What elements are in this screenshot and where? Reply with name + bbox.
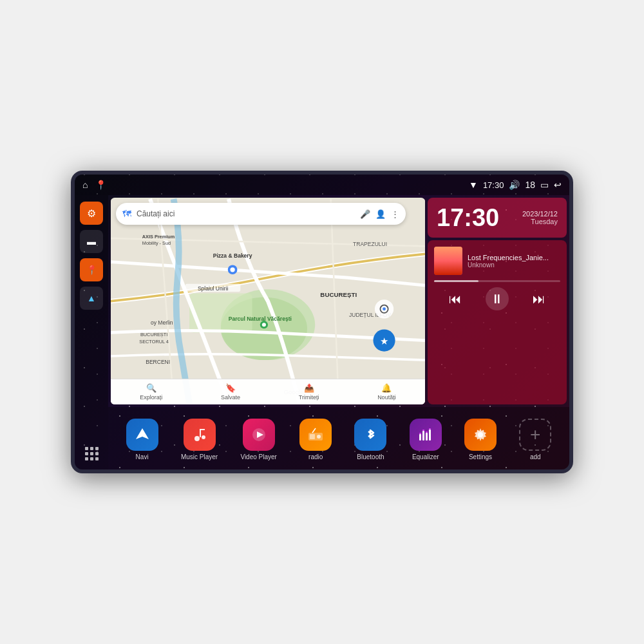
settings-icon-box [464, 419, 497, 451]
svg-text:BUCUREȘTI: BUCUREȘTI [320, 291, 357, 298]
svg-text:Parcul Natural Văcărești: Parcul Natural Văcărești [229, 316, 292, 322]
track-artist: Unknown [468, 261, 549, 269]
app-grid: Navi Music Player [108, 407, 569, 469]
sidebar-folder-btn[interactable]: ▬ [80, 230, 103, 253]
folder-icon: ▬ [87, 236, 96, 247]
home-status-icon[interactable]: ⌂ [82, 180, 88, 190]
svg-marker-27 [136, 428, 149, 439]
radio-icon-box [299, 419, 332, 451]
equalizer-label: Equalizer [412, 453, 439, 460]
music-player-label: Music Player [181, 453, 218, 460]
music-widget: Lost Frequencies_Janie... Unknown ⏮ ⏸ ⏭ [428, 240, 567, 404]
svg-text:oy Merlin: oy Merlin [151, 319, 173, 326]
sidebar-apps-btn[interactable] [80, 442, 103, 465]
explore-label: Explorați [140, 394, 162, 401]
map-status-icon[interactable]: 📍 [95, 180, 106, 190]
progress-bar-fill [434, 280, 478, 282]
svg-text:SECTORUL 4: SECTORUL 4 [139, 339, 169, 345]
svg-rect-40 [426, 433, 428, 440]
nav-arrow-icon: ▲ [87, 293, 96, 303]
svg-point-5 [230, 267, 234, 272]
svg-text:TRAPEZULUI: TRAPEZULUI [353, 241, 387, 247]
app-bluetooth[interactable]: Bluetooth [354, 419, 386, 460]
svg-rect-42 [419, 433, 421, 434]
device-screen: ⌂ 📍 ▼ 17:30 🔊 18 ▭ ↩ ⚙ ▬ [75, 175, 569, 469]
svg-point-28 [194, 436, 200, 441]
add-icon-box: + [519, 419, 551, 451]
sidebar-nav-btn[interactable]: ▲ [80, 287, 103, 310]
status-bar: ⌂ 📍 ▼ 17:30 🔊 18 ▭ ↩ [75, 175, 569, 195]
svg-rect-35 [310, 434, 315, 439]
svg-text:AXIS Premium: AXIS Premium [142, 234, 175, 240]
map-pin-icon: 📍 [86, 265, 97, 275]
next-track-btn[interactable]: ⏭ [527, 287, 551, 310]
top-row: Splaiul Unirii Pizza & Bakery TRAPEZULUI… [108, 195, 569, 407]
back-icon[interactable]: ↩ [554, 180, 562, 190]
svg-rect-44 [426, 431, 428, 433]
app-radio[interactable]: radio [299, 419, 332, 460]
app-add[interactable]: + add [519, 419, 551, 460]
more-icon[interactable]: ⋮ [391, 209, 399, 219]
battery-level: 18 [525, 180, 535, 190]
car-head-unit: ⌂ 📍 ▼ 17:30 🔊 18 ▭ ↩ ⚙ ▬ [71, 171, 573, 473]
status-time: 17:30 [483, 180, 504, 190]
radio-label: radio [308, 453, 323, 460]
svg-rect-41 [429, 430, 431, 440]
map-panel[interactable]: Splaiul Unirii Pizza & Bakery TRAPEZULUI… [111, 198, 425, 404]
svg-rect-38 [419, 434, 421, 440]
svg-text:BERCENI: BERCENI [146, 359, 170, 365]
video-player-label: Video Player [240, 453, 277, 460]
map-bottom-bar: 🔍 Explorați 🔖 Salvate 📤 Trimiteți [111, 379, 425, 404]
main-area: ⚙ ▬ 📍 ▲ [75, 195, 569, 469]
news-label: Noutăți [377, 394, 396, 401]
clock-date: 2023/12/12 [522, 210, 558, 218]
battery-icon: ▭ [540, 180, 549, 190]
video-player-icon [243, 419, 275, 451]
svg-text:Mobility - Sud: Mobility - Sud [142, 240, 171, 246]
bluetooth-icon-box [354, 419, 386, 451]
sidebar-map-btn[interactable]: 📍 [80, 258, 103, 281]
navi-label: Navi [136, 453, 149, 460]
center-content: Splaiul Unirii Pizza & Bakery TRAPEZULUI… [108, 195, 569, 469]
volume-icon: 🔊 [509, 180, 520, 190]
mic-icon[interactable]: 🎤 [360, 209, 370, 219]
svg-text:BUCUREȘTI: BUCUREȘTI [140, 332, 167, 337]
music-track-info: Lost Frequencies_Janie... Unknown [434, 247, 560, 275]
sidebar: ⚙ ▬ 📍 ▲ [75, 195, 108, 469]
play-pause-btn[interactable]: ⏸ [486, 287, 509, 310]
map-saved-btn[interactable]: 🔖 Salvate [221, 383, 240, 401]
share-icon: 📤 [304, 383, 314, 393]
app-navi[interactable]: Navi [126, 419, 158, 460]
progress-bar-container[interactable] [434, 280, 560, 282]
clock-day: Tuesday [522, 218, 558, 225]
album-art [434, 247, 462, 275]
map-share-btn[interactable]: 📤 Trimiteți [299, 383, 319, 401]
clock-widget: 17:30 2023/12/12 Tuesday [428, 198, 567, 238]
app-equalizer[interactable]: Equalizer [410, 419, 442, 460]
map-explore-btn[interactable]: 🔍 Explorați [140, 383, 162, 401]
account-icon[interactable]: 👤 [375, 209, 386, 219]
svg-rect-39 [422, 431, 424, 440]
add-label: add [530, 453, 541, 460]
svg-point-36 [317, 435, 321, 439]
sidebar-settings-btn[interactable]: ⚙ [80, 202, 103, 225]
wifi-icon: ▼ [469, 180, 478, 190]
svg-point-29 [202, 435, 205, 439]
svg-point-7 [262, 323, 266, 327]
explore-icon: 🔍 [146, 383, 156, 393]
news-icon: 🔔 [381, 383, 392, 393]
map-search-bar[interactable]: 🗺 Căutați aici 🎤 👤 ⋮ [116, 203, 406, 225]
map-news-btn[interactable]: 🔔 Noutăți [377, 383, 396, 401]
bluetooth-label: Bluetooth [357, 453, 384, 460]
track-details: Lost Frequencies_Janie... Unknown [468, 254, 549, 269]
app-settings[interactable]: Settings [464, 419, 497, 460]
status-right: ▼ 17:30 🔊 18 ▭ ↩ [469, 180, 562, 190]
prev-track-btn[interactable]: ⏮ [444, 287, 467, 310]
app-video-player[interactable]: Video Player [240, 419, 277, 460]
google-maps-icon: 🗺 [122, 209, 131, 219]
svg-text:Splaiul Unirii: Splaiul Unirii [198, 285, 229, 292]
status-left: ⌂ 📍 [82, 180, 106, 190]
equalizer-icon-box [410, 419, 442, 451]
svg-point-23 [383, 307, 386, 310]
app-music-player[interactable]: Music Player [181, 419, 218, 460]
